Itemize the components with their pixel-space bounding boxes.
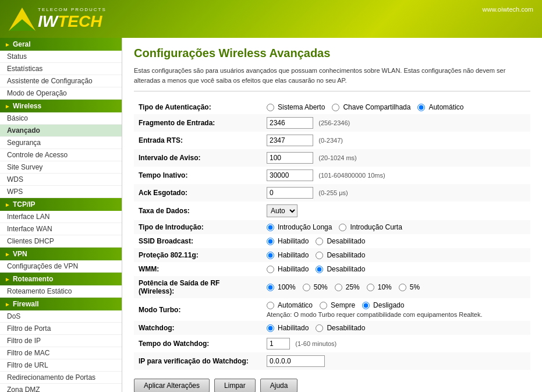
main-layout: ► Geral Status Estatísticas Assistente d…	[0, 38, 542, 392]
data-rate-select[interactable]: Auto 1M 2M 5.5M 11M 6M 9M 12M 18M 24M 36…	[267, 204, 297, 217]
watchdog-ip-input[interactable]	[267, 355, 325, 367]
clear-button[interactable]: Limpar	[214, 379, 256, 392]
auth-automatico[interactable]: Automático	[417, 103, 463, 111]
fragment-controls: (256-2346)	[262, 114, 530, 132]
auth-chave-compartilhada[interactable]: Chave Compartilhada	[332, 103, 410, 111]
preamble-curta-radio[interactable]	[339, 224, 346, 231]
rf-50-radio[interactable]	[303, 284, 310, 291]
watchdog-row: Watchdog: Habilitado Desabilitado	[134, 321, 530, 335]
sidebar-item-filtro-url[interactable]: Filtro de URL	[0, 359, 122, 372]
watchdog-habilitado-radio[interactable]	[267, 324, 274, 332]
sidebar-section-firewall-label: Firewall	[13, 300, 39, 308]
wmm-controls: Habilitado Desabilitado	[262, 262, 530, 276]
rf-5[interactable]: 5%	[399, 283, 420, 291]
logo-iw: IW	[38, 12, 58, 31]
preamble-controls: Introdução Longa Introdução Curta	[262, 220, 530, 234]
sidebar-item-status[interactable]: Status	[0, 51, 122, 63]
rf-10-radio[interactable]	[367, 284, 374, 291]
rf-25-radio[interactable]	[335, 284, 342, 291]
ack-row: Ack Esgotado: (0-255 μs)	[134, 184, 530, 202]
preamble-longa-radio[interactable]	[267, 224, 274, 231]
protection-desabilitado-radio[interactable]	[316, 252, 323, 259]
watchdog-desabilitado[interactable]: Desabilitado	[316, 324, 365, 332]
protection-desabilitado[interactable]: Desabilitado	[316, 251, 365, 259]
wmm-habilitado[interactable]: Habilitado	[267, 265, 309, 273]
sidebar-item-wds[interactable]: WDS	[0, 174, 122, 186]
wmm-desabilitado[interactable]: Desabilitado	[316, 265, 365, 273]
sidebar-section-geral[interactable]: ► Geral	[0, 38, 122, 51]
sidebar-section-tcpip[interactable]: ► TCP/IP	[0, 198, 122, 211]
ssid-desabilitado-radio[interactable]	[316, 238, 323, 245]
sidebar-item-redirecionamento[interactable]: Redirecionamento de Portas	[0, 372, 122, 384]
sidebar-item-estatisticas[interactable]: Estatísticas	[0, 63, 122, 75]
auth-automatico-radio[interactable]	[417, 104, 425, 111]
ssid-habilitado-radio[interactable]	[267, 238, 274, 245]
fragment-input[interactable]	[267, 117, 313, 129]
sidebar-section-wireless[interactable]: ► Wireless	[0, 100, 122, 112]
sidebar-item-seguranca[interactable]: Segurança	[0, 137, 122, 149]
sidebar-item-filtro-ip[interactable]: Filtro de IP	[0, 335, 122, 347]
rts-input[interactable]	[267, 135, 313, 146]
sidebar-section-roteamento[interactable]: ► Roteamento	[0, 273, 122, 285]
sidebar-section-firewall[interactable]: ► Firewall	[0, 298, 122, 310]
sidebar-item-roteamento-estatico[interactable]: Roteamento Estático	[0, 285, 122, 298]
sidebar-item-filtro-porta[interactable]: Filtro de Porta	[0, 323, 122, 335]
turbo-sempre-radio[interactable]	[320, 302, 327, 309]
sidebar-item-modo[interactable]: Modo de Operação	[0, 87, 122, 100]
sidebar-section-vpn[interactable]: ► VPN	[0, 248, 122, 260]
tcpip-arrow-icon: ►	[5, 202, 10, 208]
website-label: www.oiwtech.com	[483, 6, 533, 13]
sidebar-item-config-vpn[interactable]: Configurações de VPN	[0, 260, 122, 273]
turbo-automatico[interactable]: Automático	[267, 301, 313, 309]
protection-habilitado[interactable]: Habilitado	[267, 251, 309, 259]
sidebar-item-filtro-mac[interactable]: Filtro de MAC	[0, 347, 122, 359]
help-button[interactable]: Ajuda	[260, 379, 298, 392]
turbo-sempre[interactable]: Sempre	[320, 301, 355, 309]
rf-10[interactable]: 10%	[367, 283, 392, 291]
sidebar-item-basico[interactable]: Básico	[0, 112, 122, 125]
wmm-habilitado-radio[interactable]	[267, 266, 274, 273]
rf-25[interactable]: 25%	[335, 283, 360, 291]
rf-5-radio[interactable]	[399, 284, 406, 291]
sidebar-item-controle-acesso[interactable]: Controle de Acesso	[0, 149, 122, 161]
sidebar-item-wps[interactable]: WPS	[0, 186, 122, 198]
ssid-habilitado[interactable]: Habilitado	[267, 237, 309, 245]
header: TELECOM PRODUCTS IW TECH www.oiwtech.com	[0, 0, 542, 38]
turbo-controls: Automático Sempre Desligado Atenção: O m…	[262, 298, 530, 321]
beacon-input[interactable]	[267, 152, 313, 164]
turbo-automatico-radio[interactable]	[267, 302, 274, 309]
auth-sistema-aberto-radio[interactable]	[267, 104, 274, 111]
turbo-desligado-radio[interactable]	[362, 302, 370, 309]
rf-50[interactable]: 50%	[303, 283, 328, 291]
ack-input[interactable]	[267, 187, 313, 199]
sidebar-item-avancado[interactable]: Avançado	[0, 125, 122, 137]
protection-habilitado-radio[interactable]	[267, 252, 274, 259]
logo: TELECOM PRODUCTS IW TECH	[6, 5, 107, 34]
turbo-desligado[interactable]: Desligado	[362, 301, 404, 309]
apply-button[interactable]: Aplicar Alterações	[134, 379, 210, 392]
sidebar-item-interface-lan[interactable]: Interface LAN	[0, 211, 122, 223]
sidebar-item-assistente[interactable]: Assistente de Configuração	[0, 75, 122, 87]
preamble-longa[interactable]: Introdução Longa	[267, 223, 332, 231]
inactive-hint: (101-604800000 10ms)	[318, 172, 385, 179]
sidebar-item-clientes-dhcp[interactable]: Clientes DHCP	[0, 235, 122, 248]
auth-sistema-aberto[interactable]: Sistema Aberto	[267, 103, 325, 111]
wmm-desabilitado-radio[interactable]	[316, 266, 323, 273]
rf-100-radio[interactable]	[267, 284, 274, 291]
watchdog-habilitado[interactable]: Habilitado	[267, 324, 309, 332]
wireless-arrow-icon: ►	[5, 103, 10, 110]
sidebar-item-interface-wan[interactable]: Interface WAN	[0, 223, 122, 235]
sidebar-item-zona-dmz[interactable]: Zona DMZ	[0, 384, 122, 392]
sidebar-item-dos[interactable]: DoS	[0, 310, 122, 323]
sidebar-section-geral-label: Geral	[13, 40, 31, 48]
inactive-input[interactable]	[267, 169, 313, 181]
ssid-broadcast-controls: Habilitado Desabilitado	[262, 234, 530, 248]
watchdog-time-input[interactable]	[267, 338, 290, 349]
sidebar-item-site-survey[interactable]: Site Survey	[0, 161, 122, 174]
auth-chave-compartilhada-radio[interactable]	[332, 104, 339, 111]
rf-100[interactable]: 100%	[267, 283, 296, 291]
ssid-desabilitado[interactable]: Desabilitado	[316, 237, 365, 245]
watchdog-desabilitado-radio[interactable]	[316, 324, 323, 332]
logo-icon	[6, 5, 38, 34]
preamble-curta[interactable]: Introdução Curta	[339, 223, 402, 231]
